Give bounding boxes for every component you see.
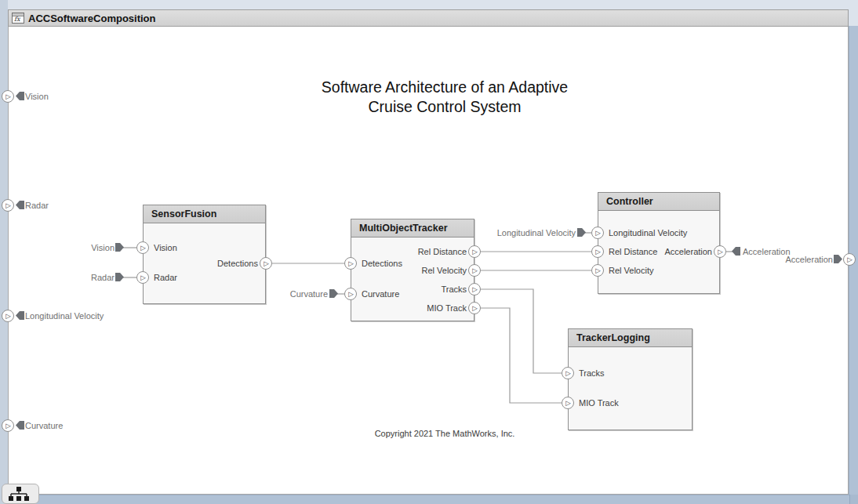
boundary-port-radar[interactable]	[2, 199, 14, 212]
controller-port-rel-distance[interactable]	[591, 245, 604, 258]
hierarchy-tree-icon	[8, 487, 30, 501]
multiobjecttracker-port-mio-track[interactable]	[468, 302, 481, 314]
controller-port-longitudinal-velocity-label: Longitudinal Velocity	[609, 227, 687, 238]
boundary-port-vision-label: Vision	[25, 91, 49, 102]
multiobjecttracker-port-mio-track-label: MIO Track	[373, 303, 467, 314]
boundary-port-vision[interactable]	[2, 90, 14, 103]
controller-port-longitudinal-velocity[interactable]	[591, 227, 604, 239]
multiobjecttracker-port-detections[interactable]	[344, 257, 357, 270]
system-composer-canvas: ACCSoftwareComposition Software Architec…	[0, 0, 858, 504]
connector-mio-track[interactable]	[481, 308, 562, 403]
sensorfusion-vision-source-label: Vision	[44, 242, 115, 253]
controller-port-acceleration-label: Acceleration	[618, 246, 712, 257]
boundary-port-longitudinal-velocity[interactable]	[2, 310, 14, 322]
multiobjecttracker-port-rel-velocity-label: Rel Velocity	[373, 265, 467, 276]
window-title: ACCSoftwareComposition	[28, 13, 156, 24]
trackerlogging-port-tracks[interactable]	[562, 367, 574, 379]
multiobjecttracker-curvature-source-label: Curvature	[257, 288, 328, 299]
multiobjecttracker-port-curvature[interactable]	[344, 288, 357, 300]
window-titlebar: ACCSoftwareComposition	[8, 9, 849, 27]
controller-port-rel-velocity-label: Rel Velocity	[609, 265, 653, 276]
trackerlogging-port-mio-track-label: MIO Track	[579, 397, 619, 408]
sensorfusion-port-radar[interactable]	[136, 271, 149, 284]
trackerlogging-port-tracks-label: Tracks	[579, 368, 605, 379]
sensorfusion-port-detections-label: Detections	[164, 258, 258, 269]
sensorfusion-port-vision[interactable]	[136, 241, 149, 254]
sensorfusion-radar-source-label: Radar	[44, 272, 115, 283]
boundary-port-curvature-label: Curvature	[25, 420, 63, 431]
boundary-port-acceleration[interactable]	[843, 253, 856, 266]
multiobjecttracker-port-rel-distance-label: Rel Distance	[373, 246, 467, 257]
multiobjecttracker-port-rel-velocity[interactable]	[468, 264, 481, 277]
connector-tracks[interactable]	[481, 289, 562, 373]
multiobjecttracker-port-tracks-label: Tracks	[373, 284, 467, 295]
controller-acceleration-sink-label: Acceleration	[743, 246, 791, 257]
hierarchy-badge-button[interactable]	[2, 484, 39, 504]
boundary-port-curvature[interactable]	[2, 419, 14, 432]
sensorfusion-port-radar-label: Radar	[154, 272, 177, 283]
sensorfusion-port-vision-label: Vision	[154, 242, 177, 253]
multiobjecttracker-port-rel-distance[interactable]	[468, 245, 481, 258]
controller-longitudinal-velocity-source-label: Longitudinal Velocity	[482, 227, 576, 238]
sensorfusion-port-detections[interactable]	[260, 257, 272, 270]
boundary-port-longitudinal-velocity-label: Longitudinal Velocity	[25, 310, 104, 321]
multiobjecttracker-port-tracks[interactable]	[468, 283, 481, 296]
trackerlogging-port-mio-track[interactable]	[562, 397, 574, 409]
boundary-port-radar-label: Radar	[25, 200, 49, 211]
fx-window-icon	[12, 13, 24, 24]
controller-port-rel-velocity[interactable]	[591, 264, 604, 277]
controller-port-acceleration[interactable]	[714, 245, 726, 258]
